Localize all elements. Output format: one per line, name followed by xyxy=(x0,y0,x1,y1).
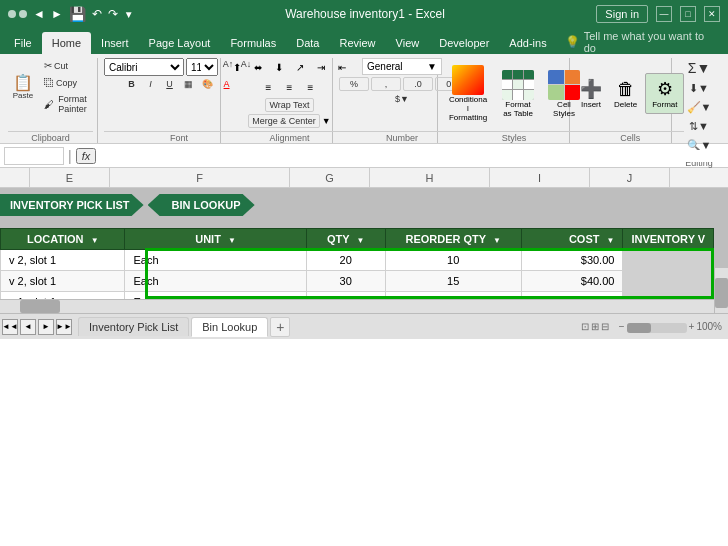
fill-btn[interactable]: ⬇▼ xyxy=(684,80,714,97)
qty-dropdown-arrow[interactable]: ▼ xyxy=(356,236,364,245)
cell-reorder-1[interactable]: 10 xyxy=(385,250,521,271)
add-sheet-button[interactable]: + xyxy=(270,317,290,337)
copy-btn[interactable]: ⿻Copy xyxy=(40,75,93,90)
formula-input[interactable] xyxy=(100,150,724,162)
forward-arrow[interactable]: ► xyxy=(51,7,63,21)
zoom-slider[interactable] xyxy=(627,323,687,333)
cell-location-1[interactable]: v 2, slot 1 xyxy=(1,250,125,271)
format-as-table-btn[interactable]: Format as Table xyxy=(498,68,538,120)
align-right-btn[interactable]: ≡ xyxy=(300,78,320,96)
currency-btn[interactable]: $▼ xyxy=(387,93,417,105)
vertical-scrollbar[interactable] xyxy=(714,268,728,313)
tab-insert[interactable]: Insert xyxy=(91,32,139,54)
cut-btn[interactable]: ✂Cut xyxy=(40,58,93,73)
col-header-J[interactable]: J xyxy=(590,168,670,187)
header-reorder-qty[interactable]: REORDER QTY ▼ xyxy=(385,229,521,250)
back-arrow[interactable]: ◄ xyxy=(33,7,45,21)
tab-view[interactable]: View xyxy=(386,32,430,54)
cell-cost-1[interactable]: $30.00 xyxy=(521,250,623,271)
col-header-H[interactable]: H xyxy=(370,168,490,187)
search-placeholder[interactable]: Tell me what you want to do xyxy=(584,30,716,54)
cell-inv-2[interactable] xyxy=(623,271,714,292)
tab-add-ins[interactable]: Add-ins xyxy=(499,32,556,54)
conditional-formatting-btn[interactable]: Conditional Formatting xyxy=(444,63,492,124)
tab-page-layout[interactable]: Page Layout xyxy=(139,32,221,54)
fx-button[interactable]: fx xyxy=(76,148,97,164)
cell-location-2[interactable]: v 2, slot 1 xyxy=(1,271,125,292)
tab-file[interactable]: File xyxy=(4,32,42,54)
delete-cells-btn[interactable]: 🗑 Delete xyxy=(610,75,641,113)
clear-btn[interactable]: 🧹▼ xyxy=(683,99,716,116)
close-button[interactable]: ✕ xyxy=(704,6,720,22)
customize-btn[interactable]: ▼ xyxy=(124,9,134,20)
cell-qty-2[interactable]: 30 xyxy=(306,271,385,292)
nav-prev-sheet[interactable]: ◄ xyxy=(20,319,36,335)
autosum-btn[interactable]: Σ▼ xyxy=(684,58,715,78)
header-qty[interactable]: QTY ▼ xyxy=(306,229,385,250)
border-btn[interactable]: ▦ xyxy=(180,78,198,90)
tab-developer[interactable]: Developer xyxy=(429,32,499,54)
sheet-tab-binlookup[interactable]: Bin Lookup xyxy=(191,317,268,337)
header-unit[interactable]: UNIT ▼ xyxy=(125,229,306,250)
orient-btn[interactable]: ↗ xyxy=(290,58,310,76)
col-header-G[interactable]: G xyxy=(290,168,370,187)
align-left-btn[interactable]: ≡ xyxy=(258,78,278,96)
header-inv[interactable]: INVENTORY V xyxy=(623,229,714,250)
increase-decimal-btn[interactable]: .0 xyxy=(403,77,433,91)
cell-unit-1[interactable]: Each xyxy=(125,250,306,271)
indent-more-btn[interactable]: ⇥ xyxy=(311,58,331,76)
tab-home[interactable]: Home xyxy=(42,32,91,54)
fill-color-btn[interactable]: 🎨 xyxy=(199,78,217,90)
tab-data[interactable]: Data xyxy=(286,32,329,54)
quick-save[interactable]: 💾 xyxy=(69,6,86,22)
name-box[interactable] xyxy=(4,147,64,165)
cell-reorder-2[interactable]: 15 xyxy=(385,271,521,292)
location-dropdown-arrow[interactable]: ▼ xyxy=(91,236,99,245)
align-top-btn[interactable]: ⬆ xyxy=(227,58,247,76)
win-min-dot[interactable] xyxy=(8,10,16,18)
inventory-pick-list-tab[interactable]: INVENTORY PICK LIST xyxy=(0,194,144,216)
header-location[interactable]: LOCATION ▼ xyxy=(1,229,125,250)
maximize-button[interactable]: □ xyxy=(680,6,696,22)
cost-dropdown-arrow[interactable]: ▼ xyxy=(607,236,615,245)
col-header-I[interactable]: I xyxy=(490,168,590,187)
number-format-dropdown[interactable]: General ▼ xyxy=(362,58,442,75)
merge-dropdown[interactable]: ▼ xyxy=(322,116,331,126)
nav-first-sheet[interactable]: ◄◄ xyxy=(2,319,18,335)
minimize-button[interactable]: — xyxy=(656,6,672,22)
tab-review[interactable]: Review xyxy=(329,32,385,54)
cell-qty-1[interactable]: 20 xyxy=(306,250,385,271)
sort-filter-btn[interactable]: ⇅▼ xyxy=(684,118,714,135)
align-center-btn[interactable]: ≡ xyxy=(279,78,299,96)
bin-lookup-tab[interactable]: BIN LOOKUP xyxy=(148,194,255,216)
font-size-select[interactable]: 11 xyxy=(186,58,218,76)
wrap-text-btn[interactable]: Wrap Text xyxy=(265,98,313,112)
header-cost[interactable]: COST ▼ xyxy=(521,229,623,250)
merge-center-btn[interactable]: Merge & Center xyxy=(248,114,320,128)
bold-btn[interactable]: B xyxy=(123,78,141,90)
zoom-minus[interactable]: − xyxy=(619,321,625,333)
align-middle-btn[interactable]: ⬌ xyxy=(248,58,268,76)
font-family-select[interactable]: Calibri xyxy=(104,58,184,76)
horizontal-scrollbar[interactable] xyxy=(0,299,714,313)
align-bottom-btn[interactable]: ⬇ xyxy=(269,58,289,76)
nav-last-sheet[interactable]: ►► xyxy=(56,319,72,335)
cell-inv-1[interactable] xyxy=(623,250,714,271)
reorder-dropdown-arrow[interactable]: ▼ xyxy=(493,236,501,245)
nav-next-sheet[interactable]: ► xyxy=(38,319,54,335)
normal-view-btn[interactable]: ⊡ xyxy=(581,321,589,333)
col-header-E[interactable]: E xyxy=(30,168,110,187)
zoom-plus[interactable]: + xyxy=(689,321,695,333)
tab-formulas[interactable]: Formulas xyxy=(220,32,286,54)
comma-btn[interactable]: , xyxy=(371,77,401,91)
page-layout-view-btn[interactable]: ⊞ xyxy=(591,321,599,333)
col-header-F[interactable]: F xyxy=(110,168,290,187)
win-max-dot[interactable] xyxy=(19,10,27,18)
paste-btn[interactable]: 📋 Paste xyxy=(8,71,38,104)
percent-btn[interactable]: % xyxy=(339,77,369,91)
undo-btn[interactable]: ↶ xyxy=(92,7,102,21)
format-painter-btn[interactable]: 🖌Format Painter xyxy=(40,92,93,116)
insert-cells-btn[interactable]: ➕ Insert xyxy=(576,74,606,113)
sheet-tab-inventory[interactable]: Inventory Pick List xyxy=(78,317,189,336)
underline-btn[interactable]: U xyxy=(161,78,179,90)
